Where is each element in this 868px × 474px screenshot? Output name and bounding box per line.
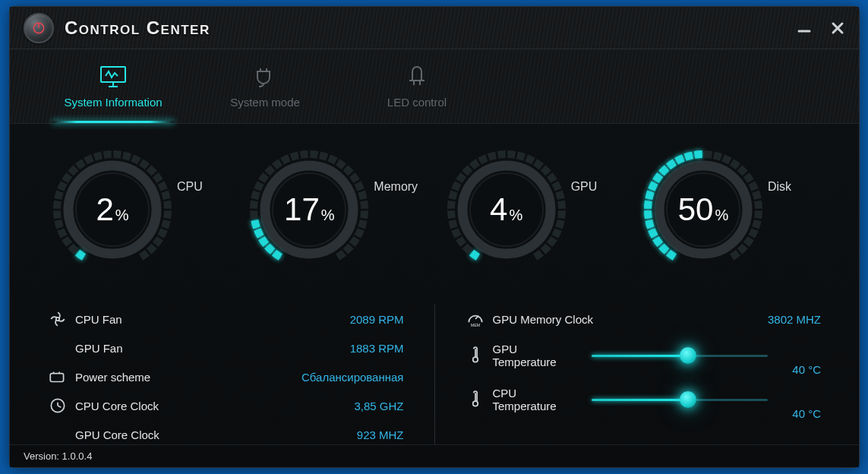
gauge-cpu: 2% CPU [48, 145, 230, 274]
stat-label: CPUTemperature [493, 387, 592, 412]
gauge-disk: 50% Disk [639, 145, 821, 274]
version-value: 1.0.0.4 [62, 450, 93, 462]
footer: Version: 1.0.0.4 [10, 444, 859, 467]
clock-icon [48, 396, 75, 416]
stat-gpu-fan: GPU Fan 1883 RPM [48, 333, 404, 362]
gauge-memory-value: 17 [284, 191, 320, 227]
gauge-memory: 17% Memory [245, 145, 427, 274]
tabs: System Information System mode LED con [10, 49, 859, 124]
tab-system-mode[interactable]: System mode [189, 49, 341, 123]
gauge-cpu-label: CPU [177, 180, 203, 194]
stat-value: 3,85 GHZ [354, 400, 403, 412]
stat-value: 2089 RPM [350, 313, 404, 326]
gauge-gpu-value: 4 [490, 191, 507, 227]
stat-cpu-fan: CPU Fan 2089 RPM [48, 305, 404, 333]
fan-icon [48, 309, 75, 329]
gauge-disk-value: 50 [678, 191, 714, 227]
stat-value: 40 °C [768, 363, 821, 378]
tab-led-control[interactable]: LED control [341, 49, 493, 123]
stat-label: GPU Fan [75, 342, 350, 355]
stat-label: GPU Memory Clock [493, 313, 768, 326]
gauge-disk-label: Disk [768, 180, 791, 194]
stat-value: 1883 RPM [350, 342, 404, 355]
minimize-button[interactable] [797, 21, 812, 36]
svg-text:MEM: MEM [470, 323, 480, 327]
tab-label: System mode [230, 96, 300, 109]
stats-left: CPU Fan 2089 RPM GPU Fan 1883 RPM Power … [48, 305, 435, 449]
tab-system-information[interactable]: System Information [37, 49, 189, 123]
gauge-gpu-label: GPU [571, 180, 598, 194]
gauge-memory-label: Memory [374, 180, 418, 194]
tab-label: LED control [387, 96, 447, 109]
monitor-icon [98, 64, 128, 90]
stat-gpu-temperature: GPUTemperature 40 °C [466, 333, 822, 378]
titlebar: Control Center [10, 7, 859, 49]
stat-cpu-temperature: CPUTemperature 40 °C [466, 378, 822, 422]
stat-label: GPUTemperature [493, 343, 592, 368]
stat-value: 3802 MHZ [768, 313, 821, 326]
svg-line-25 [58, 406, 61, 407]
stat-label: CPU Core Clock [75, 400, 354, 412]
battery-icon [48, 367, 75, 387]
stat-value: 923 MHZ [357, 428, 404, 441]
stats: CPU Fan 2089 RPM GPU Fan 1883 RPM Power … [48, 305, 821, 449]
memory-clock-icon: MEM [466, 309, 493, 329]
window-controls [797, 21, 845, 36]
stat-value: Сбалансированная [301, 371, 404, 384]
svg-rect-20 [50, 374, 63, 382]
close-button[interactable] [830, 21, 845, 36]
gauge-gpu: 4% GPU [442, 145, 624, 274]
app-logo-icon [24, 13, 54, 43]
content: 2% CPU 17% Memory 4% [10, 124, 859, 449]
stat-value: 40 °C [768, 407, 821, 422]
stat-label: GPU Core Clock [75, 428, 357, 441]
thermometer-icon [466, 346, 493, 365]
stat-power-scheme: Power scheme Сбалансированная [48, 362, 404, 391]
gauges-row: 2% CPU 17% Memory 4% [48, 145, 821, 274]
stats-right: MEM GPU Memory Clock 3802 MHZ GPUTempera… [466, 305, 822, 449]
tab-label: System Information [64, 96, 162, 109]
stat-label: Power scheme [75, 371, 301, 384]
stat-cpu-clock: CPU Core Clock 3,85 GHZ [48, 391, 404, 420]
gauge-cpu-value: 2 [96, 191, 113, 227]
stat-label: CPU Fan [75, 313, 350, 326]
plug-icon [250, 64, 280, 90]
gpu-temp-slider[interactable] [592, 345, 769, 366]
thermometer-icon [466, 390, 493, 409]
version-label: Version: [24, 450, 59, 462]
app-title: Control Center [65, 17, 210, 39]
control-center-window: Control Center System Information [9, 6, 860, 468]
svg-point-29 [472, 401, 478, 406]
led-icon [402, 64, 432, 90]
stat-gpu-mem-clock: MEM GPU Memory Clock 3802 MHZ [466, 305, 822, 333]
svg-point-28 [472, 357, 478, 362]
cpu-temp-slider[interactable] [592, 389, 769, 410]
